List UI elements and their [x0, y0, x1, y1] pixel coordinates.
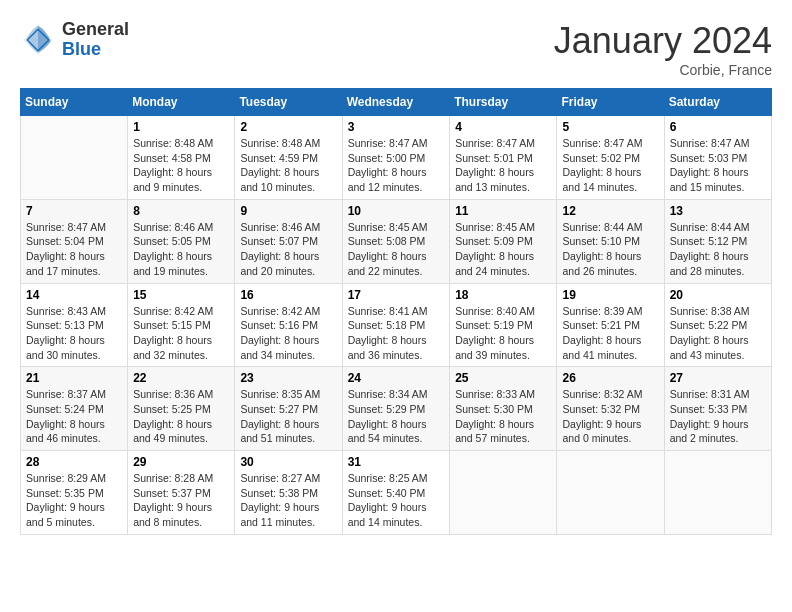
calendar-cell: 11Sunrise: 8:45 AMSunset: 5:09 PMDayligh…: [450, 199, 557, 283]
column-header-wednesday: Wednesday: [342, 89, 450, 116]
calendar-cell: 9Sunrise: 8:46 AMSunset: 5:07 PMDaylight…: [235, 199, 342, 283]
calendar-cell: 13Sunrise: 8:44 AMSunset: 5:12 PMDayligh…: [664, 199, 771, 283]
day-number: 5: [562, 120, 658, 134]
week-row-1: 1Sunrise: 8:48 AMSunset: 4:58 PMDaylight…: [21, 116, 772, 200]
day-number: 8: [133, 204, 229, 218]
day-info: Sunrise: 8:32 AMSunset: 5:32 PMDaylight:…: [562, 387, 658, 446]
day-info: Sunrise: 8:34 AMSunset: 5:29 PMDaylight:…: [348, 387, 445, 446]
day-info: Sunrise: 8:46 AMSunset: 5:07 PMDaylight:…: [240, 220, 336, 279]
calendar-cell: 12Sunrise: 8:44 AMSunset: 5:10 PMDayligh…: [557, 199, 664, 283]
calendar-cell: 10Sunrise: 8:45 AMSunset: 5:08 PMDayligh…: [342, 199, 450, 283]
calendar-cell: 18Sunrise: 8:40 AMSunset: 5:19 PMDayligh…: [450, 283, 557, 367]
day-info: Sunrise: 8:43 AMSunset: 5:13 PMDaylight:…: [26, 304, 122, 363]
calendar-cell: 20Sunrise: 8:38 AMSunset: 5:22 PMDayligh…: [664, 283, 771, 367]
column-header-friday: Friday: [557, 89, 664, 116]
day-number: 17: [348, 288, 445, 302]
calendar-cell: 19Sunrise: 8:39 AMSunset: 5:21 PMDayligh…: [557, 283, 664, 367]
day-info: Sunrise: 8:48 AMSunset: 4:58 PMDaylight:…: [133, 136, 229, 195]
column-header-saturday: Saturday: [664, 89, 771, 116]
calendar-cell: 14Sunrise: 8:43 AMSunset: 5:13 PMDayligh…: [21, 283, 128, 367]
day-info: Sunrise: 8:27 AMSunset: 5:38 PMDaylight:…: [240, 471, 336, 530]
calendar-cell: 15Sunrise: 8:42 AMSunset: 5:15 PMDayligh…: [128, 283, 235, 367]
day-number: 13: [670, 204, 766, 218]
day-info: Sunrise: 8:47 AMSunset: 5:02 PMDaylight:…: [562, 136, 658, 195]
day-info: Sunrise: 8:42 AMSunset: 5:16 PMDaylight:…: [240, 304, 336, 363]
day-number: 24: [348, 371, 445, 385]
calendar-cell: 28Sunrise: 8:29 AMSunset: 5:35 PMDayligh…: [21, 451, 128, 535]
calendar-cell: 27Sunrise: 8:31 AMSunset: 5:33 PMDayligh…: [664, 367, 771, 451]
header-row: SundayMondayTuesdayWednesdayThursdayFrid…: [21, 89, 772, 116]
calendar-cell: [664, 451, 771, 535]
day-number: 7: [26, 204, 122, 218]
week-row-3: 14Sunrise: 8:43 AMSunset: 5:13 PMDayligh…: [21, 283, 772, 367]
day-info: Sunrise: 8:36 AMSunset: 5:25 PMDaylight:…: [133, 387, 229, 446]
day-info: Sunrise: 8:41 AMSunset: 5:18 PMDaylight:…: [348, 304, 445, 363]
week-row-4: 21Sunrise: 8:37 AMSunset: 5:24 PMDayligh…: [21, 367, 772, 451]
calendar-cell: 26Sunrise: 8:32 AMSunset: 5:32 PMDayligh…: [557, 367, 664, 451]
calendar-cell: 24Sunrise: 8:34 AMSunset: 5:29 PMDayligh…: [342, 367, 450, 451]
location: Corbie, France: [554, 62, 772, 78]
day-info: Sunrise: 8:37 AMSunset: 5:24 PMDaylight:…: [26, 387, 122, 446]
logo: General Blue: [20, 20, 129, 60]
day-info: Sunrise: 8:31 AMSunset: 5:33 PMDaylight:…: [670, 387, 766, 446]
calendar-cell: 21Sunrise: 8:37 AMSunset: 5:24 PMDayligh…: [21, 367, 128, 451]
calendar-cell: 4Sunrise: 8:47 AMSunset: 5:01 PMDaylight…: [450, 116, 557, 200]
day-info: Sunrise: 8:47 AMSunset: 5:03 PMDaylight:…: [670, 136, 766, 195]
calendar-cell: 17Sunrise: 8:41 AMSunset: 5:18 PMDayligh…: [342, 283, 450, 367]
calendar-cell: 2Sunrise: 8:48 AMSunset: 4:59 PMDaylight…: [235, 116, 342, 200]
day-number: 1: [133, 120, 229, 134]
calendar-cell: 1Sunrise: 8:48 AMSunset: 4:58 PMDaylight…: [128, 116, 235, 200]
day-number: 18: [455, 288, 551, 302]
month-title: January 2024: [554, 20, 772, 62]
title-block: January 2024 Corbie, France: [554, 20, 772, 78]
day-number: 15: [133, 288, 229, 302]
day-info: Sunrise: 8:47 AMSunset: 5:01 PMDaylight:…: [455, 136, 551, 195]
day-number: 27: [670, 371, 766, 385]
day-number: 20: [670, 288, 766, 302]
day-info: Sunrise: 8:44 AMSunset: 5:12 PMDaylight:…: [670, 220, 766, 279]
day-number: 9: [240, 204, 336, 218]
logo-text: General Blue: [62, 20, 129, 60]
day-info: Sunrise: 8:35 AMSunset: 5:27 PMDaylight:…: [240, 387, 336, 446]
column-header-sunday: Sunday: [21, 89, 128, 116]
calendar-cell: 22Sunrise: 8:36 AMSunset: 5:25 PMDayligh…: [128, 367, 235, 451]
day-number: 31: [348, 455, 445, 469]
day-info: Sunrise: 8:48 AMSunset: 4:59 PMDaylight:…: [240, 136, 336, 195]
day-info: Sunrise: 8:29 AMSunset: 5:35 PMDaylight:…: [26, 471, 122, 530]
day-number: 16: [240, 288, 336, 302]
calendar-header: SundayMondayTuesdayWednesdayThursdayFrid…: [21, 89, 772, 116]
day-info: Sunrise: 8:46 AMSunset: 5:05 PMDaylight:…: [133, 220, 229, 279]
day-number: 2: [240, 120, 336, 134]
calendar-cell: 7Sunrise: 8:47 AMSunset: 5:04 PMDaylight…: [21, 199, 128, 283]
week-row-2: 7Sunrise: 8:47 AMSunset: 5:04 PMDaylight…: [21, 199, 772, 283]
column-header-tuesday: Tuesday: [235, 89, 342, 116]
logo-general: General: [62, 20, 129, 40]
calendar-cell: 29Sunrise: 8:28 AMSunset: 5:37 PMDayligh…: [128, 451, 235, 535]
day-number: 4: [455, 120, 551, 134]
calendar-cell: 6Sunrise: 8:47 AMSunset: 5:03 PMDaylight…: [664, 116, 771, 200]
day-info: Sunrise: 8:44 AMSunset: 5:10 PMDaylight:…: [562, 220, 658, 279]
day-number: 28: [26, 455, 122, 469]
logo-blue: Blue: [62, 40, 129, 60]
calendar-cell: 8Sunrise: 8:46 AMSunset: 5:05 PMDaylight…: [128, 199, 235, 283]
calendar-cell: 3Sunrise: 8:47 AMSunset: 5:00 PMDaylight…: [342, 116, 450, 200]
page-header: General Blue January 2024 Corbie, France: [20, 20, 772, 78]
day-info: Sunrise: 8:40 AMSunset: 5:19 PMDaylight:…: [455, 304, 551, 363]
day-number: 22: [133, 371, 229, 385]
day-number: 21: [26, 371, 122, 385]
day-info: Sunrise: 8:25 AMSunset: 5:40 PMDaylight:…: [348, 471, 445, 530]
day-info: Sunrise: 8:38 AMSunset: 5:22 PMDaylight:…: [670, 304, 766, 363]
week-row-5: 28Sunrise: 8:29 AMSunset: 5:35 PMDayligh…: [21, 451, 772, 535]
day-info: Sunrise: 8:33 AMSunset: 5:30 PMDaylight:…: [455, 387, 551, 446]
logo-icon: [20, 22, 56, 58]
calendar-cell: [450, 451, 557, 535]
column-header-monday: Monday: [128, 89, 235, 116]
day-number: 10: [348, 204, 445, 218]
calendar-cell: 31Sunrise: 8:25 AMSunset: 5:40 PMDayligh…: [342, 451, 450, 535]
day-number: 3: [348, 120, 445, 134]
day-number: 30: [240, 455, 336, 469]
day-info: Sunrise: 8:45 AMSunset: 5:08 PMDaylight:…: [348, 220, 445, 279]
calendar-cell: 16Sunrise: 8:42 AMSunset: 5:16 PMDayligh…: [235, 283, 342, 367]
day-info: Sunrise: 8:45 AMSunset: 5:09 PMDaylight:…: [455, 220, 551, 279]
calendar-cell: [557, 451, 664, 535]
